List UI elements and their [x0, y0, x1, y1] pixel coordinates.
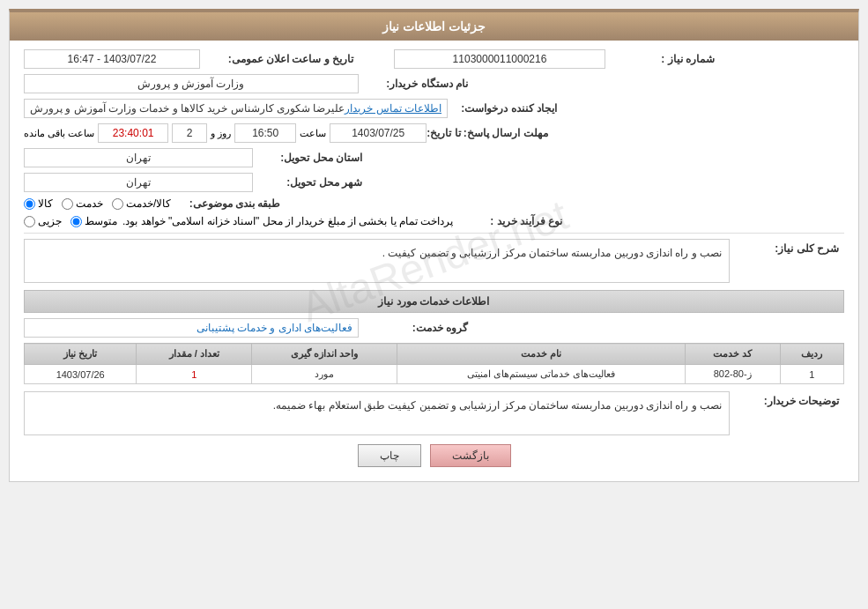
creator-value: علیرضا شکوری کارشناس خرید کالاها و خدمات…	[30, 102, 345, 115]
cell-date: 1403/07/26	[25, 365, 137, 384]
creator-row: ایجاد کننده درخواست: اطلاعات تماس خریدار…	[24, 99, 844, 118]
page-wrapper: جزئیات اطلاعات نیاز شماره نیاز : 1103000…	[0, 0, 868, 609]
cell-service-name: فعالیت‌های خدماتی سیستم‌های امنیتی	[397, 365, 685, 384]
purchase-details: پرداخت تمام یا بخشی از مبلغ خریدار از مح…	[24, 215, 453, 227]
category-radio-kala-khedmat[interactable]	[112, 198, 123, 210]
category-label-kala: کالا	[38, 197, 53, 210]
purchase-type-row: نوع فرآیند خرید : پرداخت تمام یا بخشی از…	[24, 215, 844, 227]
buyer-desc-wrapper: نصب و راه اندازی دوربین مداربسته ساختمان…	[24, 391, 730, 435]
col-header-row-num: ردیف	[780, 344, 843, 365]
need-description-value: نصب و راه اندازی دوربین مداربسته ساختمان…	[24, 239, 730, 283]
purchase-type-option-medium: متوسط	[70, 215, 117, 227]
creator-label: ایجاد کننده درخواست:	[448, 102, 562, 115]
service-group-label: گروه خدمت:	[359, 322, 473, 334]
col-header-unit: واحد اندازه گیری	[252, 344, 397, 365]
province-label: استان محل تحویل:	[253, 152, 367, 164]
buyer-desc-row: توضیحات خریدار: نصب و راه اندازی دوربین …	[24, 391, 844, 435]
response-remaining-label: ساعت باقی مانده	[24, 128, 94, 139]
province-value: تهران	[24, 148, 253, 167]
province-row: استان محل تحویل: تهران	[24, 148, 844, 167]
need-number-value: 1103000011000216	[394, 49, 605, 69]
response-remaining: 23:40:01	[98, 123, 168, 143]
response-deadline-label: مهلت ارسال پاسخ: تا تاریخ:	[427, 127, 553, 139]
category-option-kala-khedmat: کالا/خدمت	[112, 197, 171, 210]
col-header-service-name: نام خدمت	[397, 344, 685, 365]
category-label: طبقه بندی موضوعی:	[171, 197, 286, 210]
page-title: جزئیات اطلاعات نیاز	[382, 19, 486, 33]
category-option-kala: کالا	[24, 197, 53, 210]
response-time-label: ساعت	[300, 128, 326, 139]
service-group-value[interactable]: فعالیت‌های اداری و خدمات پشتیبانی	[24, 318, 359, 338]
action-buttons: بازگشت چاپ	[24, 444, 844, 467]
buyer-desc-value: نصب و راه اندازی دوربین مداربسته ساختمان…	[24, 391, 730, 435]
need-description-wrapper: نصب و راه اندازی دوربین مداربسته ساختمان…	[24, 239, 730, 283]
category-option-khedmat: خدمت	[62, 197, 103, 210]
service-info-header: اطلاعات خدمات مورد نیاز	[24, 290, 844, 313]
response-days: 2	[172, 123, 207, 143]
org-name-label: نام دستگاه خریدار:	[359, 78, 473, 90]
cell-service-code: ز-80-802	[685, 365, 780, 384]
col-header-date: تاریخ نیاز	[25, 344, 137, 365]
category-radio-khedmat[interactable]	[62, 198, 73, 210]
creator-value-box: اطلاعات تماس خریدار علیرضا شکوری کارشناس…	[24, 99, 448, 118]
buyer-desc-label: توضیحات خریدار:	[730, 391, 844, 407]
divider-1	[24, 233, 844, 234]
response-date: 1403/07/25	[330, 123, 427, 143]
need-number-label: شماره نیاز :	[605, 53, 720, 65]
purchase-type-option-partial: جزیی	[24, 215, 62, 227]
col-header-service-code: کد خدمت	[685, 344, 780, 365]
org-name-value: وزارت آموزش و پرورش	[24, 74, 359, 93]
creator-link[interactable]: اطلاعات تماس خریدار	[345, 102, 441, 115]
purchase-type-note: پرداخت تمام یا بخشی از مبلغ خریدار از مح…	[122, 215, 453, 227]
announce-date-label: تاریخ و ساعت اعلان عمومی:	[200, 53, 359, 65]
purchase-type-radio-medium[interactable]	[70, 216, 82, 227]
cell-row-num: 1	[780, 365, 843, 384]
cell-unit: مورد	[252, 365, 397, 384]
card-header: جزئیات اطلاعات نیاز	[10, 12, 858, 41]
response-parts: 1403/07/25 ساعت 16:50 روز و 2 23:40:01 س…	[24, 123, 427, 143]
table-header-row: ردیف کد خدمت نام خدمت واحد اندازه گیری ت…	[25, 344, 844, 365]
city-value: تهران	[24, 173, 253, 192]
main-card: جزئیات اطلاعات نیاز شماره نیاز : 1103000…	[9, 9, 859, 482]
service-group-row: گروه خدمت: فعالیت‌های اداری و خدمات پشتی…	[24, 318, 844, 338]
purchase-type-label-medium: متوسط	[85, 215, 117, 227]
city-row: شهر محل تحویل: تهران	[24, 173, 844, 192]
category-label-khedmat: خدمت	[76, 197, 103, 210]
category-label-kala-khedmat: کالا/خدمت	[126, 197, 171, 210]
table-row: 1 ز-80-802 فعالیت‌های خدماتی سیستم‌های ا…	[25, 365, 844, 384]
need-description-row: AltaRender.net شرح کلی نیاز: نصب و راه ا…	[24, 239, 844, 283]
response-deadline-row: مهلت ارسال پاسخ: تا تاریخ: 1403/07/25 سا…	[24, 123, 844, 143]
card-body: شماره نیاز : 1103000011000216 تاریخ و سا…	[10, 41, 858, 481]
table-section: ردیف کد خدمت نام خدمت واحد اندازه گیری ت…	[24, 343, 844, 384]
category-row: طبقه بندی موضوعی: کالا/خدمت خدمت کالا	[24, 197, 844, 210]
print-button[interactable]: چاپ	[358, 444, 421, 467]
need-description-label: شرح کلی نیاز:	[730, 239, 844, 255]
cell-quantity: 1	[137, 365, 252, 384]
response-time: 16:50	[234, 123, 296, 143]
purchase-type-radio-group: متوسط جزیی	[24, 215, 117, 227]
category-radio-kala[interactable]	[24, 198, 35, 210]
back-button[interactable]: بازگشت	[430, 444, 511, 467]
category-radio-group: کالا/خدمت خدمت کالا	[24, 197, 171, 210]
purchase-type-radio-partial[interactable]	[24, 216, 35, 227]
city-label: شهر محل تحویل:	[253, 176, 367, 189]
need-number-row: شماره نیاز : 1103000011000216 تاریخ و سا…	[24, 49, 844, 69]
org-name-row: نام دستگاه خریدار: وزارت آموزش و پرورش	[24, 74, 844, 93]
announce-date-value: 1403/07/22 - 16:47	[24, 49, 200, 69]
response-days-label: روز و	[211, 128, 231, 139]
purchase-type-label: نوع فرآیند خرید :	[453, 215, 568, 227]
col-header-quantity: تعداد / مقدار	[137, 344, 252, 365]
services-table: ردیف کد خدمت نام خدمت واحد اندازه گیری ت…	[24, 343, 844, 384]
purchase-type-label-partial: جزیی	[38, 215, 62, 227]
